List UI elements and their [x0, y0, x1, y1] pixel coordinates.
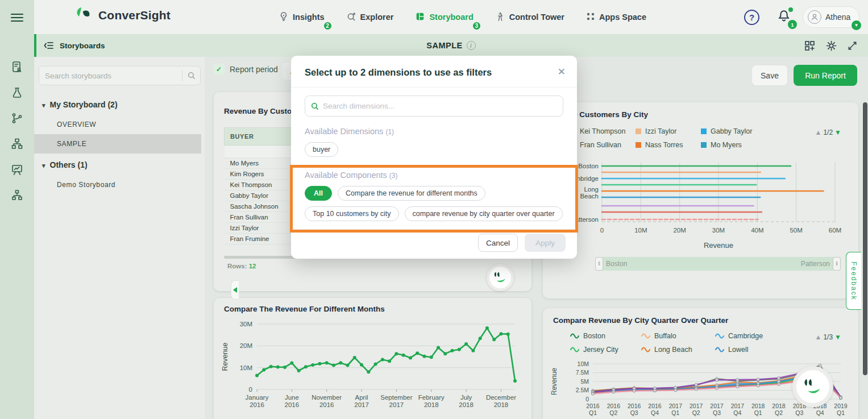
legend-item-long-beach[interactable]: Long Beach — [641, 346, 715, 354]
legend-item-kei-thompson[interactable]: Kei Thompson — [570, 127, 636, 135]
assistant-floating-button[interactable] — [792, 366, 833, 407]
legend-item-izzi-taylor[interactable]: Izzi Taylor — [636, 127, 701, 135]
sidebar-group-my[interactable]: ▾My Storyboard (2) — [34, 93, 201, 115]
user-name: Athena — [825, 13, 850, 22]
page-info-icon[interactable]: i — [467, 41, 476, 50]
notifications-bell-icon[interactable]: 1 — [776, 9, 794, 27]
report-period-checkbox[interactable]: ✓ Report period — [213, 64, 278, 75]
card-title: Compare Revenue By City Quarter Over Qua… — [553, 316, 728, 325]
svg-text:2017: 2017 — [389, 401, 404, 408]
pager-down-icon[interactable]: ▼ — [834, 333, 841, 341]
svg-text:2017: 2017 — [354, 401, 369, 408]
conversight-logo[interactable]: ConverSight — [74, 6, 171, 24]
svg-text:Long: Long — [584, 186, 599, 193]
svg-text:20M: 20M — [240, 342, 252, 349]
legend-item-boston[interactable]: Boston — [570, 332, 641, 340]
report-doc-icon[interactable] — [0, 56, 34, 78]
divider — [291, 87, 577, 88]
feedback-tab[interactable]: Feedback — [846, 252, 861, 310]
apply-button-disabled[interactable]: Apply — [525, 234, 566, 252]
hierarchy-icon[interactable] — [0, 184, 34, 206]
add-widget-icon[interactable] — [804, 40, 816, 52]
nav-label: Control Tower — [509, 13, 564, 22]
slider-left-handle[interactable]: ‖ — [595, 257, 603, 271]
branch-icon[interactable] — [0, 107, 34, 130]
select-dimensions-modal: Select up to 2 dimensions to use as filt… — [291, 56, 577, 259]
storyboard-page-title: SAMPLE i — [34, 34, 868, 57]
sidebar-search[interactable] — [39, 66, 201, 85]
svg-text:10M: 10M — [634, 227, 647, 234]
legend-item-fran-sullivan[interactable]: Fran Sullivan — [570, 141, 636, 149]
dimension-chip-buyer[interactable]: buyer — [305, 142, 338, 157]
search-dimensions-input[interactable] — [323, 102, 557, 110]
slider-right-handle[interactable]: ‖ — [833, 257, 841, 271]
svg-text:2016: 2016 — [586, 403, 600, 409]
hamburger-menu-icon[interactable] — [0, 8, 34, 27]
explorer-icon — [346, 11, 356, 23]
pager-up-icon[interactable]: ▲ — [815, 128, 822, 136]
svg-text:2018: 2018 — [424, 401, 439, 408]
modal-close-icon[interactable]: ✕ — [558, 66, 566, 78]
nav-item-insights[interactable]: Insights2 — [279, 11, 325, 23]
component-chip[interactable]: Top 10 customers by city — [305, 206, 399, 221]
left-icon-rail — [0, 0, 34, 419]
search-storyboards-input[interactable] — [39, 72, 182, 80]
legend-item-buffalo[interactable]: Buffalo — [641, 332, 715, 340]
search-icon[interactable] — [182, 70, 200, 81]
save-button[interactable]: Save — [751, 65, 788, 86]
svg-text:60M: 60M — [829, 227, 841, 234]
run-report-label: Run Report — [805, 71, 846, 80]
sidebar-group-others[interactable]: ▾Others (1) — [34, 154, 201, 175]
svg-text:2017: 2017 — [669, 403, 683, 409]
svg-text:2016: 2016 — [319, 401, 334, 408]
svg-text:50M: 50M — [790, 227, 802, 234]
nav-item-control-tower[interactable]: Control Tower — [495, 11, 564, 23]
svg-text:Q4: Q4 — [733, 409, 741, 416]
pager-up-icon[interactable]: ▲ — [815, 333, 822, 341]
all-components-chip[interactable]: All — [305, 186, 332, 201]
search-icon — [311, 102, 319, 110]
legend-item-gabby-taylor[interactable]: Gabby Taylor — [701, 127, 786, 135]
sidebar-collapse-handle[interactable] — [231, 280, 239, 300]
page-title: SAMPLE — [426, 41, 462, 50]
user-menu[interactable]: Athena ▼ — [803, 6, 859, 28]
svg-text:Q3: Q3 — [713, 409, 721, 416]
legend-item-jersey-city[interactable]: Jersey City — [570, 346, 641, 354]
page-scrollbar-thumb[interactable] — [863, 102, 867, 375]
component-chip[interactable]: compare revenue by city quarter over qua… — [405, 206, 563, 221]
dimension-search[interactable] — [305, 96, 563, 117]
notification-dot — [788, 7, 793, 12]
nav-item-storyboard[interactable]: Storyboard3 — [415, 11, 473, 23]
nav-item-explorer[interactable]: Explorer — [346, 11, 394, 23]
component-chip[interactable]: Compare the revenue for different months — [338, 186, 485, 201]
svg-text:2016: 2016 — [285, 401, 300, 408]
legend-item-nass-torres[interactable]: Nass Torres — [636, 141, 701, 149]
legend-item-mo-myers[interactable]: Mo Myers — [701, 141, 786, 149]
legend-item-lowell[interactable]: Lowell — [715, 346, 786, 354]
sidebar-item-sample[interactable]: SAMPLE — [34, 134, 201, 154]
fullscreen-icon[interactable] — [847, 40, 858, 51]
sitemap-icon[interactable] — [0, 132, 34, 155]
line-swatch-icon — [641, 333, 650, 339]
presentation-chart-icon[interactable] — [0, 158, 34, 181]
nav-item-apps-space[interactable]: Apps Space — [586, 12, 646, 23]
legend-pager: ▲1/2▼ — [815, 128, 841, 136]
run-report-button[interactable]: Run Report — [794, 65, 857, 86]
help-button[interactable]: ? — [744, 10, 759, 25]
line-swatch-icon — [715, 333, 724, 339]
storyboard-header-bar: Storyboards SAMPLE i — [34, 34, 868, 57]
svg-text:Beach: Beach — [580, 193, 599, 200]
cancel-button[interactable]: Cancel — [478, 234, 518, 252]
sidebar-item-demo-storyboard[interactable]: Demo Storyboard — [34, 175, 201, 194]
flask-icon[interactable] — [0, 81, 34, 104]
report-period-label: Report period — [230, 65, 278, 74]
pager-down-icon[interactable]: ▼ — [834, 128, 841, 136]
legend-item-cambridge[interactable]: Cambridge — [715, 332, 786, 340]
sidebar-item-overview[interactable]: OVERVIEW — [34, 115, 201, 134]
settings-gear-icon[interactable] — [825, 40, 837, 52]
svg-text:Boston: Boston — [578, 163, 599, 169]
city-range-slider: ‖Boston Patterson‖ — [595, 257, 841, 271]
svg-text:Q4: Q4 — [816, 409, 824, 416]
svg-text:10M: 10M — [578, 360, 589, 367]
assistant-mini-button[interactable] — [487, 264, 514, 291]
